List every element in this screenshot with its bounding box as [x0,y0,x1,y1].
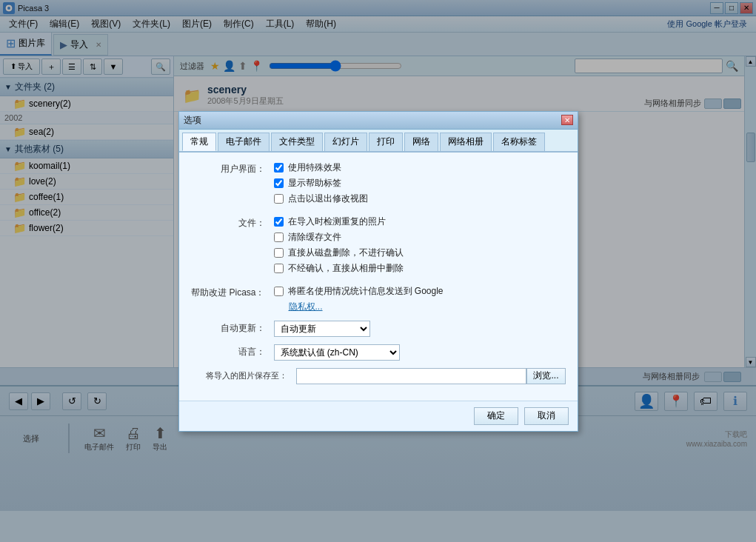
auto-update-row: 自动更新： 自动更新手动更新关闭 [191,321,566,337]
language-row: 语言： 系统默认值 (zh-CN)English中文(简体) [191,344,566,361]
checkbox-anonymous-stats: 将匿名使用情况统计信息发送到 Google [274,285,566,298]
checkbox-no-confirm-delete-input[interactable] [274,264,284,273]
dialog-tab-general[interactable]: 常规 [182,133,216,151]
dialog-titlebar: 选项 ✕ [179,112,578,130]
save-path-label: 将导入的图片保存至： [191,370,287,381]
cancel-button[interactable]: 取消 [524,407,569,425]
checkbox-show-tips-label: 显示帮助标签 [288,177,341,190]
improve-section-label: 帮助改进 Picasa： [191,285,265,299]
dialog-tab-email[interactable]: 电子邮件 [218,133,270,151]
save-path-input[interactable]: 我的图片 [296,368,527,384]
ok-button[interactable]: 确定 [474,407,518,425]
privacy-link[interactable]: 隐私权... [289,301,566,313]
checkbox-no-confirm-delete: 不经确认，直接从相册中删除 [274,262,566,275]
dialog-title: 选项 [184,114,561,127]
checkbox-clear-cache: 清除缓存文件 [274,231,566,244]
dialog-tab-network[interactable]: 网络 [404,133,438,151]
files-section-content: 在导入时检测重复的照片 清除缓存文件 直接从磁盘删除，不进行确认 不经确认，直接… [274,215,566,278]
dialog-tab-print[interactable]: 打印 [369,133,403,151]
checkbox-click-exit: 点击以退出修改视图 [274,193,566,205]
save-path-row: 将导入的图片保存至： 我的图片 浏览... [191,368,566,384]
dialog-tab-slideshow[interactable]: 幻灯片 [324,133,367,151]
dialog-footer: 确定 取消 [179,401,578,431]
dialog-content: 用户界面： 使用特殊效果 显示帮助标签 点击以退出修改视图 [179,153,578,401]
checkbox-direct-delete: 直接从磁盘删除，不进行确认 [274,247,566,259]
ui-section-content: 使用特殊效果 显示帮助标签 点击以退出修改视图 [274,161,566,208]
checkbox-special-effects: 使用特殊效果 [274,161,566,174]
checkbox-detect-dup-label: 在导入时检测重复的照片 [288,215,386,228]
checkbox-click-exit-input[interactable] [274,194,284,204]
checkbox-special-effects-label: 使用特殊效果 [288,161,341,174]
language-select[interactable]: 系统默认值 (zh-CN)English中文(简体) [274,344,400,361]
checkbox-direct-delete-label: 直接从磁盘删除，不进行确认 [288,247,404,259]
dialog-tabs: 常规 电子邮件 文件类型 幻灯片 打印 网络 网络相册 名称标签 [179,130,578,153]
improve-section: 帮助改进 Picasa： 将匿名使用情况统计信息发送到 Google 隐私权..… [191,285,566,313]
ui-section: 用户界面： 使用特殊效果 显示帮助标签 点击以退出修改视图 [191,161,566,208]
options-dialog: 选项 ✕ 常规 电子邮件 文件类型 幻灯片 打印 网络 网络相册 名称标签 用户… [178,111,578,432]
auto-update-label: 自动更新： [191,322,265,335]
checkbox-show-tips-input[interactable] [274,178,284,188]
checkbox-direct-delete-input[interactable] [274,248,284,258]
checkbox-anonymous-stats-label: 将匿名使用情况统计信息发送到 Google [288,285,444,298]
files-section-label: 文件： [191,215,265,230]
checkbox-anonymous-stats-input[interactable] [274,287,284,296]
checkbox-click-exit-label: 点击以退出修改视图 [288,193,368,205]
checkbox-clear-cache-label: 清除缓存文件 [288,231,341,244]
dialog-close-button[interactable]: ✕ [561,115,573,125]
checkbox-special-effects-input[interactable] [274,163,284,173]
language-label: 语言： [191,346,265,358]
dialog-overlay: 选项 ✕ 常规 电子邮件 文件类型 幻灯片 打印 网络 网络相册 名称标签 用户… [0,0,756,542]
browse-button[interactable]: 浏览... [526,368,565,384]
files-section: 文件： 在导入时检测重复的照片 清除缓存文件 直接从磁盘删除，不进行确认 [191,215,566,278]
checkbox-detect-dup: 在导入时检测重复的照片 [274,215,566,228]
improve-section-content: 将匿名使用情况统计信息发送到 Google 隐私权... [274,285,566,313]
checkbox-detect-dup-input[interactable] [274,217,284,227]
dialog-tab-namelabel[interactable]: 名称标签 [493,133,545,151]
checkbox-show-tips: 显示帮助标签 [274,177,566,190]
dialog-tab-filetype[interactable]: 文件类型 [271,133,323,151]
checkbox-clear-cache-input[interactable] [274,232,284,242]
auto-update-select[interactable]: 自动更新手动更新关闭 [274,321,370,337]
checkbox-no-confirm-delete-label: 不经确认，直接从相册中删除 [288,262,404,275]
dialog-tab-webalbum[interactable]: 网络相册 [440,133,492,151]
ui-section-label: 用户界面： [191,161,265,175]
